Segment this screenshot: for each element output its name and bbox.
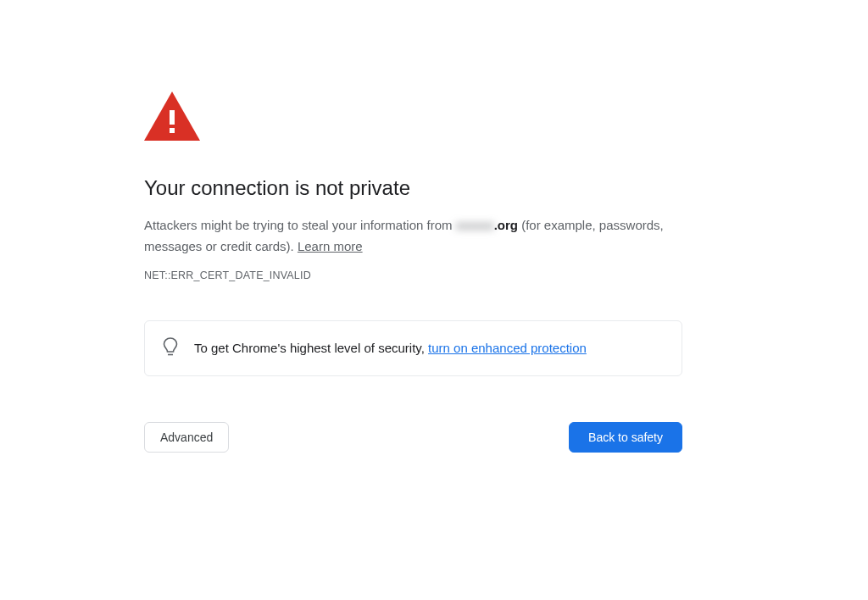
learn-more-link[interactable]: Learn more (298, 239, 363, 253)
back-to-safety-button[interactable]: Back to safety (569, 422, 682, 453)
error-code: NET::ERR_CERT_DATE_INVALID (144, 269, 682, 281)
enhanced-protection-callout: To get Chrome's highest level of securit… (144, 320, 682, 376)
desc-prefix: Attackers might be trying to steal your … (144, 218, 456, 232)
warning-triangle-icon (144, 92, 682, 141)
desc-host-blurred: xxxxxx (456, 218, 494, 232)
svg-rect-2 (170, 128, 175, 133)
button-row: Advanced Back to safety (144, 422, 682, 453)
svg-rect-1 (170, 110, 175, 125)
ssl-warning-interstitial: Your connection is not private Attackers… (144, 0, 682, 453)
info-text-container: To get Chrome's highest level of securit… (194, 341, 587, 355)
enhanced-protection-link[interactable]: turn on enhanced protection (428, 341, 587, 355)
warning-description: Attackers might be trying to steal your … (144, 215, 682, 258)
desc-domain-suffix: .org (494, 218, 518, 232)
warning-title: Your connection is not private (144, 176, 682, 200)
lightbulb-icon (162, 336, 179, 360)
info-text: To get Chrome's highest level of securit… (194, 341, 428, 355)
advanced-button[interactable]: Advanced (144, 422, 229, 453)
